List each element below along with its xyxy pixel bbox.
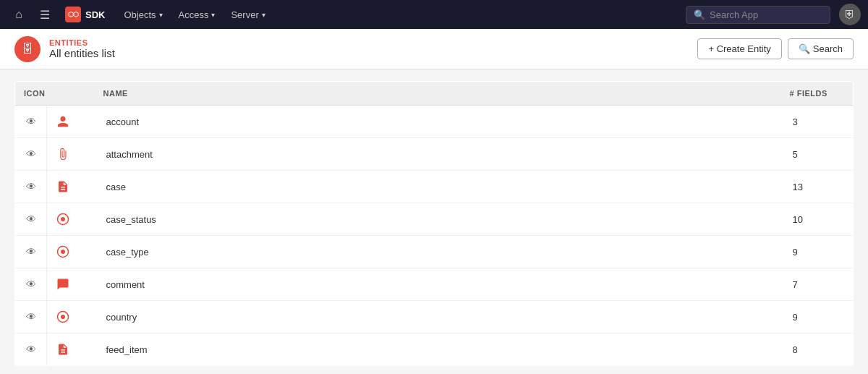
- entity-name-6: country: [95, 303, 781, 331]
- entity-name-0: account: [95, 108, 781, 136]
- nav-menu: Objects ▾ Access ▾ Server ▾: [116, 5, 272, 25]
- search-app-container: 🔍: [686, 6, 830, 24]
- entity-icon-0: [47, 106, 79, 137]
- entity-fields-2: 13: [781, 173, 854, 201]
- view-button-5[interactable]: 👁: [15, 268, 47, 300]
- cell-icon-4: 👁: [15, 236, 95, 268]
- cell-fields-5: 7: [781, 268, 854, 301]
- avatar[interactable]: ⛨: [839, 4, 861, 25]
- table-row: 👁 feed_item 8: [15, 333, 854, 366]
- entity-name-3: case_status: [95, 205, 781, 234]
- svg-point-1: [61, 217, 65, 221]
- brand: ⬡⬡ SDK: [59, 7, 111, 22]
- entity-fields-6: 9: [781, 303, 854, 331]
- entity-name-2: case: [95, 173, 781, 201]
- eye-icon: 👁: [26, 181, 36, 192]
- cell-icon-2: 👁: [15, 171, 95, 203]
- cell-name-7: feed_item: [95, 333, 781, 366]
- cell-icon-7: 👁: [15, 333, 95, 366]
- page-header-left: 🗄 ENTITIES All entities list: [14, 36, 115, 62]
- entity-icon-5: [47, 268, 79, 300]
- cell-icon-5: 👁: [15, 268, 95, 301]
- entity-fields-1: 5: [781, 140, 854, 169]
- page-header-text: ENTITIES All entities list: [49, 38, 115, 59]
- cell-fields-6: 9: [781, 301, 854, 333]
- cell-name-1: attachment: [95, 138, 781, 171]
- cell-name-4: case_type: [95, 236, 781, 268]
- table-row: 👁 comment 7: [15, 268, 854, 301]
- entity-icon-6: [47, 301, 79, 333]
- cell-name-6: country: [95, 301, 781, 333]
- brand-label: SDK: [85, 9, 105, 20]
- eye-icon: 👁: [26, 213, 36, 225]
- view-button-6[interactable]: 👁: [15, 301, 47, 333]
- cell-name-5: comment: [95, 268, 781, 301]
- nav-server[interactable]: Server ▾: [224, 5, 272, 25]
- view-button-2[interactable]: 👁: [15, 171, 47, 203]
- entity-fields-3: 10: [781, 205, 854, 234]
- brand-icon: ⬡⬡: [65, 7, 81, 22]
- table-row: 👁 case_type 9: [15, 236, 854, 268]
- create-entity-button[interactable]: + Create Entity: [697, 38, 781, 59]
- access-chevron-icon: ▾: [211, 11, 215, 19]
- entity-name-7: feed_item: [95, 336, 781, 364]
- nav-access-label: Access: [179, 9, 209, 20]
- col-header-name: NAME: [95, 82, 781, 106]
- nav-objects[interactable]: Objects ▾: [116, 5, 169, 25]
- home-button[interactable]: ⌂: [7, 3, 30, 26]
- entity-fields-7: 8: [781, 336, 854, 364]
- search-button[interactable]: 🔍 Search: [788, 38, 854, 59]
- entity-icon-1: [47, 138, 79, 170]
- cell-fields-4: 9: [781, 236, 854, 268]
- avatar-icon: ⛨: [844, 8, 856, 21]
- cell-fields-3: 10: [781, 203, 854, 236]
- search-app-input[interactable]: [710, 9, 822, 20]
- search-icon: 🔍: [799, 43, 810, 54]
- view-button-7[interactable]: 👁: [15, 333, 47, 365]
- entity-name-5: comment: [95, 271, 781, 299]
- cell-name-0: account: [95, 106, 781, 138]
- col-header-icon: ICON: [15, 82, 95, 106]
- entity-name-1: attachment: [95, 140, 781, 169]
- entity-fields-4: 9: [781, 238, 854, 266]
- objects-chevron-icon: ▾: [159, 11, 163, 19]
- eye-icon: 👁: [26, 311, 36, 323]
- entity-name-4: case_type: [95, 238, 781, 266]
- cell-icon-6: 👁: [15, 301, 95, 333]
- eye-icon: 👁: [26, 116, 36, 127]
- eye-icon: 👁: [26, 148, 36, 160]
- view-button-0[interactable]: 👁: [15, 106, 47, 137]
- eye-icon: 👁: [26, 246, 36, 258]
- cell-fields-1: 5: [781, 138, 854, 171]
- search-app-icon: 🔍: [694, 9, 705, 20]
- menu-button[interactable]: ☰: [33, 3, 56, 26]
- table-row: 👁 account 3: [15, 106, 854, 138]
- col-header-fields: # FIELDS: [781, 82, 854, 106]
- eye-icon: 👁: [26, 279, 36, 290]
- server-chevron-icon: ▾: [262, 11, 265, 19]
- eye-icon: 👁: [26, 344, 36, 355]
- entity-icon-7: [47, 333, 79, 365]
- cell-icon-3: 👁: [15, 203, 95, 236]
- cell-fields-0: 3: [781, 106, 854, 138]
- view-button-4[interactable]: 👁: [15, 236, 47, 268]
- nav-server-label: Server: [231, 9, 258, 20]
- cell-name-2: case: [95, 171, 781, 203]
- search-button-label: Search: [813, 43, 843, 54]
- cell-icon-1: 👁: [15, 138, 95, 171]
- cell-fields-7: 8: [781, 333, 854, 366]
- create-entity-label: + Create Entity: [708, 43, 770, 54]
- page-header-right: + Create Entity 🔍 Search: [697, 38, 854, 59]
- entity-fields-5: 7: [781, 271, 854, 299]
- navbar: ⌂ ☰ ⬡⬡ SDK Objects ▾ Access ▾ Server ▾ 🔍…: [0, 0, 868, 29]
- entities-label: ENTITIES: [49, 38, 115, 47]
- svg-point-5: [61, 315, 65, 319]
- hamburger-icon: ☰: [40, 8, 50, 22]
- view-button-1[interactable]: 👁: [15, 138, 47, 170]
- page-title: All entities list: [49, 47, 115, 59]
- view-button-3[interactable]: 👁: [15, 203, 47, 235]
- nav-access[interactable]: Access ▾: [171, 5, 223, 25]
- table-row: 👁 attachment 5: [15, 138, 854, 171]
- entity-icon-3: [47, 203, 79, 235]
- home-icon: ⌂: [15, 8, 22, 21]
